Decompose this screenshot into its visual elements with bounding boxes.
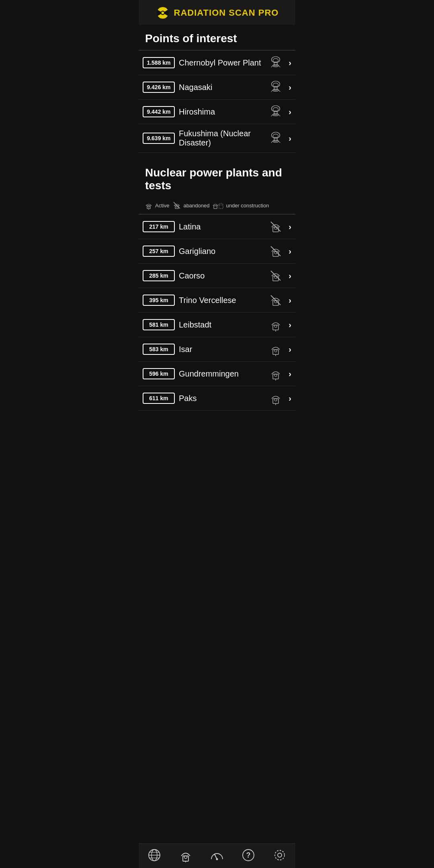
mushroom-cloud-icon — [268, 131, 283, 145]
svg-rect-33 — [214, 206, 217, 209]
legend: Active abandoned under construction — [139, 197, 295, 214]
legend-abandoned: abandoned — [172, 201, 209, 210]
item-name: Trino Vercellese — [179, 296, 264, 305]
list-item[interactable]: 257 km Garigliano › — [139, 239, 295, 264]
abandoned-plant-icon — [172, 201, 181, 210]
list-item[interactable]: 596 km Gundremmingen › — [139, 362, 295, 386]
chevron-right-icon: › — [289, 58, 291, 68]
svg-point-57 — [274, 399, 277, 401]
list-item[interactable]: 9.442 km Hiroshima › — [139, 100, 295, 124]
poi-section-title: Points of interest — [139, 25, 295, 50]
active-plant-icon — [268, 366, 283, 381]
legend-construction-label: under construction — [226, 203, 269, 209]
abandoned-plant-icon — [268, 268, 283, 283]
section-gap — [139, 153, 295, 159]
chevron-right-icon: › — [289, 296, 291, 305]
distance-badge: 581 km — [143, 319, 175, 330]
item-name: Leibstadt — [179, 320, 264, 330]
distance-badge: 9.442 km — [143, 106, 175, 117]
chevron-right-icon: › — [289, 107, 291, 117]
app-header: RADIATION SCAN PRO — [139, 0, 295, 25]
item-name: Fukushima (Nuclear Disaster) — [179, 129, 264, 147]
chevron-right-icon: › — [289, 369, 291, 379]
distance-badge: 9.426 km — [143, 82, 175, 93]
item-name: Garigliano — [179, 247, 264, 256]
abandoned-plant-icon — [268, 219, 283, 234]
svg-point-54 — [274, 374, 277, 377]
svg-point-51 — [274, 350, 277, 352]
abandoned-plant-icon — [268, 244, 283, 258]
list-item[interactable]: 1.588 km Chernobyl Power Plant › — [139, 51, 295, 75]
distance-badge: 257 km — [143, 246, 175, 257]
list-item[interactable]: 217 km Latina › — [139, 215, 295, 239]
legend-construction: under construction — [213, 201, 269, 210]
distance-badge: 9.639 km — [143, 133, 175, 144]
item-name: Isar — [179, 345, 264, 354]
chevron-right-icon: › — [289, 345, 291, 354]
item-name: Chernobyl Power Plant — [179, 58, 264, 68]
distance-badge: 596 km — [143, 368, 175, 379]
list-item[interactable]: 285 km Caorso › — [139, 264, 295, 288]
distance-badge: 1.588 km — [143, 57, 175, 68]
radiation-icon — [156, 6, 170, 20]
list-item[interactable]: 9.639 km Fukushima (Nuclear Disaster) › — [139, 124, 295, 153]
distance-badge: 285 km — [143, 270, 175, 281]
chevron-right-icon: › — [289, 320, 291, 330]
construction-plant-icon — [213, 201, 224, 210]
item-name: Gundremmingen — [179, 369, 264, 379]
distance-badge: 611 km — [143, 393, 175, 404]
list-item[interactable]: 583 km Isar › — [139, 337, 295, 362]
list-item[interactable]: 611 km Paks › — [139, 386, 295, 411]
list-item[interactable]: 395 km Trino Vercellese › — [139, 288, 295, 313]
svg-point-48 — [274, 325, 277, 328]
chevron-right-icon: › — [289, 222, 291, 231]
chevron-right-icon: › — [289, 83, 291, 92]
chevron-right-icon: › — [289, 271, 291, 280]
active-plant-icon — [144, 201, 153, 210]
item-name: Nagasaki — [179, 83, 264, 92]
active-plant-icon — [268, 342, 283, 356]
mushroom-cloud-icon — [268, 80, 283, 94]
distance-badge: 395 km — [143, 295, 175, 306]
item-name: Latina — [179, 222, 264, 231]
chevron-right-icon: › — [289, 394, 291, 403]
item-name: Paks — [179, 394, 264, 403]
active-plant-icon — [268, 317, 283, 332]
svg-rect-34 — [219, 205, 223, 209]
distance-badge: 583 km — [143, 344, 175, 355]
app-title: RADIATION SCAN PRO — [174, 8, 279, 18]
mushroom-cloud-icon — [268, 55, 283, 70]
chevron-right-icon: › — [289, 247, 291, 256]
list-item[interactable]: 9.426 km Nagasaki › — [139, 75, 295, 100]
item-name: Caorso — [179, 271, 264, 280]
mushroom-cloud-icon — [268, 104, 283, 119]
chevron-right-icon: › — [289, 134, 291, 143]
distance-badge: 217 km — [143, 221, 175, 232]
legend-active-label: Active — [155, 203, 169, 209]
item-name: Hiroshima — [179, 107, 264, 117]
legend-abandoned-label: abandoned — [183, 203, 209, 209]
active-plant-icon — [268, 391, 283, 405]
nuclear-section-title: Nuclear power plants and tests — [139, 159, 295, 197]
list-item[interactable]: 581 km Leibstadt › — [139, 313, 295, 337]
abandoned-plant-icon — [268, 293, 283, 307]
legend-active: Active — [144, 201, 169, 210]
svg-point-2 — [161, 12, 164, 14]
